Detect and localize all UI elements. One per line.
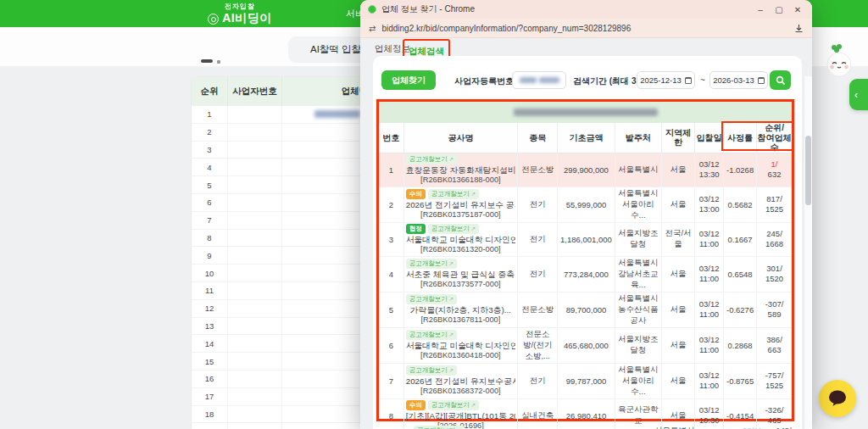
rate-cell: 0.5682 [724, 187, 757, 222]
open-notice-link-badge[interactable]: 공고개찰보기 ↗ [406, 330, 457, 340]
open-notice-link-badge[interactable]: 공고개찰보기 ↗ [428, 224, 479, 234]
base-amount-cell: 99,787,000 [558, 363, 615, 398]
region-cell: 서울 [662, 292, 695, 327]
base-amount-cell: 773,284,000 [558, 256, 615, 292]
region-cell: 전국/서울 [662, 222, 695, 256]
open-notice-link-badge[interactable]: 공고개찰보기 ↗ [428, 400, 479, 410]
project-title: [기초][A값][공개]BTL(101동 202호... [406, 411, 515, 421]
side-panel-collapse-button[interactable]: ‹ [849, 79, 868, 110]
rank-value: 8 [192, 230, 228, 247]
external-link-icon: ↗ [448, 156, 453, 162]
date-to-input[interactable]: 2026-03-13 [709, 71, 768, 89]
biz-number-cell [228, 194, 282, 211]
open-notice-link-badge[interactable]: 공고개찰보기 ↗ [428, 189, 479, 199]
project-name-cell: 공고개찰보기 ↗가락몰(지하2층, 지하3층)...[R26BK01367811… [403, 292, 517, 327]
agency-cell: 서울특별시농수산식품공사 [615, 292, 662, 327]
bid-col-header: 사정률 [724, 123, 757, 153]
popup-scrollbar-thumb[interactable] [805, 136, 811, 205]
project-code: [R26BK01361320-000] [406, 245, 515, 254]
bid-date-cell: 03/1211:00 [695, 363, 724, 398]
search-button[interactable] [770, 70, 791, 90]
redacted-company-name [514, 109, 658, 116]
calendar-icon[interactable] [758, 77, 765, 84]
popup-scrollbar-track[interactable] [804, 76, 812, 429]
find-company-button[interactable]: 업체찾기 [381, 70, 436, 90]
open-notice-link-badge[interactable]: 공고개찰보기 ↗ [406, 365, 457, 376]
rate-cell: 0.2868 [724, 327, 757, 363]
bid-date-cell: 03/11 [743, 426, 762, 429]
bid-date-cell: 03/1211:00 [695, 292, 724, 327]
bid-table-header-row: 번호공사명종목기초금액발주처지역제한입찰일사정률순위/참여업체수 [379, 123, 792, 153]
brand-top-label: 전자입찰 [193, 2, 287, 11]
category-cell: 전기 [518, 363, 558, 398]
biz-number-cell [228, 230, 282, 247]
biz-number-cell [228, 176, 282, 193]
kakao-chat-button[interactable] [819, 380, 856, 417]
popup-titlebar[interactable]: 업체 정보 찾기 - Chrome – ▢ ✕ [360, 0, 812, 19]
bid-table-row: 4공고개찰보기 ↗서초중 체육관 및 급식실 증축 전기공...[R26BK01… [379, 256, 792, 292]
biz-number-input[interactable] [512, 71, 566, 89]
external-link-icon: ↗ [470, 191, 476, 197]
rank-position: -326/ [759, 405, 790, 415]
tag-badge: 협정 [406, 224, 426, 234]
project-title: 서울대학교 미술대학 디자인연구동... [406, 235, 515, 244]
external-link-icon: ↗ [448, 332, 453, 337]
open-notice-link-badge[interactable]: 공고개찰보기 ↗ [414, 426, 465, 429]
site-logo[interactable]: 전자입찰 AI비딩이 [193, 2, 287, 26]
biz-number-cell [228, 406, 282, 423]
external-link-icon: ↗ [448, 260, 453, 266]
brand-logo-icon [208, 14, 219, 25]
bid-table-row: 7공고개찰보기 ↗2026년 전기설비 유지보수공사[R26BK01368372… [379, 363, 792, 398]
popup-content: 업체정보 업체검색 업체찾기 사업자등록번호: 검색기간 (최대 3년): 20… [360, 38, 812, 429]
site-info-icon[interactable]: ⇄ [369, 24, 376, 33]
rate-cell: -1.0268 [724, 153, 757, 187]
region-cell: 서울 [662, 187, 695, 222]
open-notice-link-badge[interactable]: 공고개찰보기 ↗ [406, 294, 457, 304]
project-name-cell: 협정공고개찰보기 ↗서울대학교 미술대학 디자인연구동...[R26BK0136… [403, 222, 517, 256]
participant-count: 1525 [759, 381, 790, 391]
region-cell: 서울 [662, 153, 695, 187]
rank-value: 5 [192, 176, 228, 193]
biz-number-cell [228, 212, 282, 229]
bid-table-row: 1공고개찰보기 ↗효창운동장 자동화재탐지설비 교체공사[R26BK013661… [379, 153, 792, 187]
tab-company-search[interactable]: 업체검색 [409, 46, 444, 56]
tag-badge: 수의 [406, 400, 426, 410]
download-icon[interactable] [794, 24, 804, 33]
obscured-title-fragment [201, 59, 213, 63]
external-link-icon: ↗ [448, 296, 453, 302]
project-name-cell: 공고개찰보기 ↗서초중 체육관 및 급식실 증축 전기공...[R26BK013… [403, 256, 517, 292]
date-from-input[interactable]: 2025-12-13 [637, 71, 695, 89]
category-cell: 전문소방/(전기소방,... [518, 327, 558, 363]
close-button[interactable]: ✕ [791, 5, 804, 14]
project-code: [R26BK01360418-000] [406, 351, 515, 360]
open-notice-link-badge[interactable]: 공고개찰보기 ↗ [406, 154, 457, 164]
bid-col-header: 순위/참여업체수 [757, 123, 792, 153]
biz-number-cell [228, 282, 282, 299]
project-title: 가락몰(지하2층, 지하3층)... [406, 305, 515, 315]
rank-position: 301/ [759, 264, 790, 274]
open-notice-link-badge[interactable]: 공고개찰보기 ↗ [406, 259, 457, 269]
bid-col-header: 공사명 [403, 123, 517, 153]
bid-row-number: 3 [379, 222, 403, 256]
project-name-cell: 공고개찰보기 ↗서울대학교 미술대학 디자인연구동...[R26BK013604… [403, 327, 517, 363]
date-from-value: 2025-12-13 [640, 75, 682, 85]
calendar-icon[interactable] [685, 77, 692, 84]
project-code: [R26BK01375187-000] [406, 210, 515, 220]
biz-number-cell [228, 353, 282, 370]
chevron-left-icon: ‹ [854, 89, 858, 101]
category-cell: 전기 [518, 187, 558, 222]
bid-col-header: 발주처 [615, 123, 662, 153]
rank-col-header: 순위 [192, 77, 228, 106]
redacted-biz-number [539, 77, 559, 83]
rank-position: -307/ [759, 299, 790, 309]
search-icon [776, 75, 786, 86]
bid-date-cell: 03/1211:00 [695, 222, 724, 256]
agency-cell: 서울지방조달청 [615, 327, 662, 363]
url-text[interactable]: bidding2.kr/bid/companyInformation/?comp… [381, 24, 788, 33]
biz-number-cell [228, 159, 282, 176]
rank-value: 1 [192, 106, 228, 123]
minimize-button[interactable]: – [754, 5, 767, 14]
biz-number-label: 사업자등록번호: [454, 75, 516, 87]
maximize-button[interactable]: ▢ [772, 5, 786, 14]
rank-value: 15 [192, 353, 228, 370]
